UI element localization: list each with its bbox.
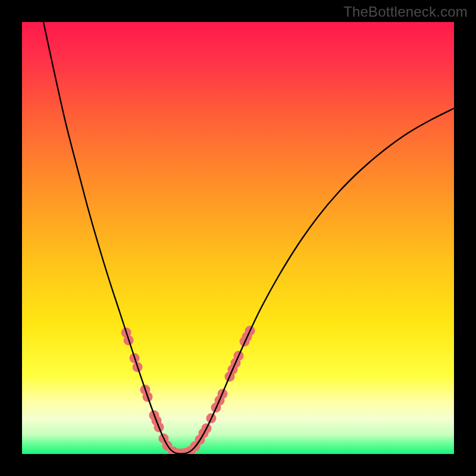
- chart-plot-area: [22, 22, 454, 454]
- watermark-text: TheBottleneck.com: [343, 4, 468, 20]
- chart-frame: TheBottleneck.com: [0, 0, 476, 476]
- chart-svg: [22, 22, 454, 454]
- chart-background: [22, 22, 454, 454]
